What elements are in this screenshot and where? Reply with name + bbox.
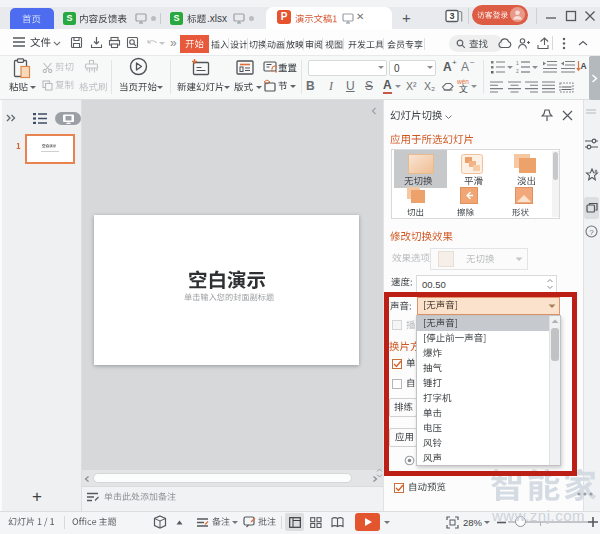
svg-text:3: 3 — [449, 11, 454, 21]
svg-text:?: ? — [589, 228, 594, 237]
svg-text:1: 1 — [516, 60, 519, 66]
svg-text:文: 文 — [459, 84, 468, 93]
svg-text:A: A — [581, 61, 587, 71]
svg-text:2: 2 — [516, 68, 519, 74]
